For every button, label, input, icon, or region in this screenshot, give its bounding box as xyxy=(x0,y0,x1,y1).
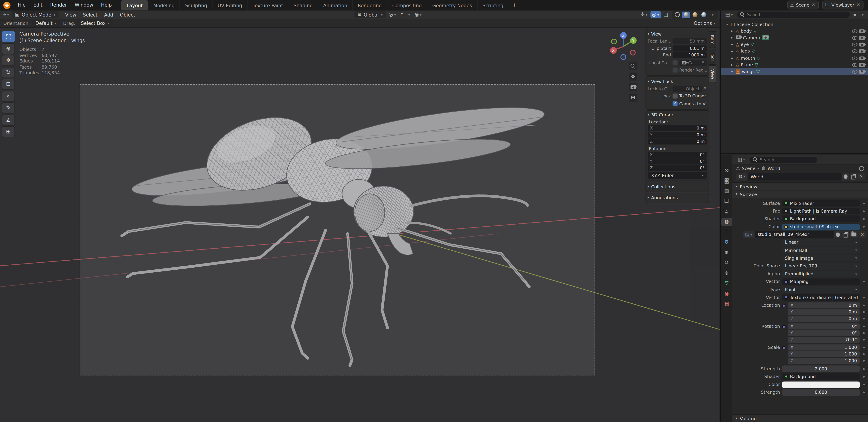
disable-render-icon[interactable] xyxy=(859,43,865,47)
interpolation-dropdown[interactable]: Linear xyxy=(782,239,860,246)
editor-type-button[interactable] xyxy=(2,11,10,18)
snap-toggle[interactable] xyxy=(399,11,406,18)
hide-viewport-icon[interactable] xyxy=(852,36,857,40)
colorspace-dropdown[interactable]: Linear Rec.709 xyxy=(782,263,860,269)
cursor-axis-field[interactable]: Y0 m xyxy=(648,131,707,138)
outliner-item-body[interactable]: body xyxy=(721,28,868,35)
workspace-tab-sculpting[interactable]: Sculpting xyxy=(180,0,212,10)
npanel-tab-tool[interactable]: Tool xyxy=(709,49,716,65)
xray-toggle[interactable] xyxy=(662,11,670,18)
cursor-axis-field[interactable]: Z0° xyxy=(648,165,707,171)
menu-help[interactable]: Help xyxy=(97,0,116,10)
options-dropdown[interactable]: Options xyxy=(694,20,717,26)
snap-dropdown[interactable] xyxy=(407,11,412,18)
shading-wireframe-button[interactable] xyxy=(673,11,682,18)
animate-dot-icon[interactable] xyxy=(862,297,866,298)
local-camera-checkbox[interactable] xyxy=(673,60,678,65)
tool-rotate[interactable] xyxy=(2,67,15,78)
render-region-checkbox[interactable] xyxy=(673,67,678,72)
tool-measure[interactable] xyxy=(2,114,15,125)
tool-select-box[interactable] xyxy=(2,31,15,42)
shader-input-button[interactable]: Background xyxy=(782,215,860,222)
disable-render-icon[interactable] xyxy=(859,36,865,40)
outliner-collection-row[interactable]: Scene Collection xyxy=(721,21,868,28)
color-input-button[interactable]: studio_small_09_4k.exr xyxy=(782,223,860,230)
outliner-item-wings[interactable]: wings xyxy=(721,68,868,75)
properties-tab-view-layer[interactable] xyxy=(721,198,732,205)
viewport-menu-object[interactable]: Object xyxy=(117,10,138,19)
menu-render[interactable]: Render xyxy=(46,0,71,10)
properties-editor-button[interactable] xyxy=(736,156,746,163)
fac-input-button[interactable]: Light Path | Is Camera Ray xyxy=(782,208,860,214)
workspace-tab-compositing[interactable]: Compositing xyxy=(387,0,427,10)
panel-surface[interactable]: Surface xyxy=(733,190,868,198)
properties-tab-object-data[interactable] xyxy=(721,279,732,287)
camera-view-button[interactable] xyxy=(629,83,637,91)
vector-axis-field[interactable]: X1.000 xyxy=(788,344,860,351)
show-overlays-dropdown[interactable] xyxy=(650,11,661,18)
shading-material-button[interactable] xyxy=(691,11,699,18)
hide-viewport-icon[interactable] xyxy=(852,50,857,54)
pin-icon[interactable] xyxy=(859,166,864,171)
shading-solid-button[interactable] xyxy=(682,11,690,18)
strength-slider[interactable]: 2.000 xyxy=(782,366,860,372)
projection-dropdown[interactable]: Mirror Ball xyxy=(782,247,860,253)
focal-length-field[interactable]: 50 mm xyxy=(673,38,707,44)
add-workspace-button[interactable]: + xyxy=(508,0,520,10)
texcoord-input-button[interactable]: Texture Coordinate | Generated xyxy=(782,294,860,301)
unlink-scene-icon[interactable] xyxy=(812,3,815,7)
clip-start-field[interactable]: 0.01 m xyxy=(673,46,707,52)
properties-tab-scene[interactable] xyxy=(721,208,732,215)
animate-dot-icon[interactable] xyxy=(862,392,866,393)
animate-dot-icon[interactable] xyxy=(862,318,866,320)
workspace-tab-modeling[interactable]: Modeling xyxy=(148,0,180,10)
tool-transform[interactable] xyxy=(2,91,15,102)
animate-dot-icon[interactable] xyxy=(862,332,866,334)
expand-icon[interactable] xyxy=(730,50,734,53)
properties-tab-object[interactable] xyxy=(721,228,732,236)
lock-object-field[interactable]: Object xyxy=(673,86,702,92)
tool-scale[interactable] xyxy=(2,79,15,90)
image-unlink-button[interactable] xyxy=(859,231,866,238)
outliner-search[interactable]: Search xyxy=(737,11,849,18)
expand-icon[interactable] xyxy=(730,63,734,67)
animate-dot-icon[interactable] xyxy=(862,226,866,228)
vector-axis-field[interactable]: X0° xyxy=(788,324,860,330)
outliner-filter-button[interactable] xyxy=(852,11,858,18)
outliner-options-button[interactable] xyxy=(860,11,865,18)
image-copy-button[interactable] xyxy=(842,231,849,238)
navigation-gizmo[interactable]: X Y Z xyxy=(608,30,639,61)
animate-dot-icon[interactable] xyxy=(862,218,866,220)
menu-edit[interactable]: Edit xyxy=(29,0,46,10)
panel-header-annotations[interactable]: Annotations xyxy=(648,195,707,200)
mode-dropdown[interactable]: Object Mode xyxy=(12,11,59,18)
zoom-button[interactable] xyxy=(629,62,637,70)
properties-tab-world[interactable] xyxy=(721,218,732,225)
hide-viewport-icon[interactable] xyxy=(852,70,857,73)
cursor-axis-field[interactable]: X0° xyxy=(648,151,707,157)
scene-selector[interactable]: Scene xyxy=(787,0,819,9)
tool-orientation-dropdown[interactable]: Default xyxy=(32,20,60,27)
properties-tab-material[interactable] xyxy=(721,290,732,297)
animate-dot-icon[interactable] xyxy=(862,311,866,313)
proportional-edit-dropdown[interactable] xyxy=(413,11,423,18)
disable-render-icon[interactable] xyxy=(859,70,865,73)
cursor-axis-field[interactable]: Z0 m xyxy=(648,138,707,144)
outliner-item-mouth[interactable]: mouth xyxy=(721,55,868,62)
cursor-axis-field[interactable]: Y0° xyxy=(648,158,707,164)
background-color-swatch[interactable] xyxy=(782,381,860,388)
image-browse-button[interactable] xyxy=(743,231,754,238)
toggle-perspective-button[interactable] xyxy=(629,93,637,102)
collapse-icon[interactable] xyxy=(725,23,729,26)
animate-dot-icon[interactable] xyxy=(862,210,866,212)
panel-header-collections[interactable]: Collections xyxy=(648,184,707,189)
menu-file[interactable]: File xyxy=(14,0,29,10)
outliner-item-plane[interactable]: Plane xyxy=(721,62,868,68)
show-gizmo-dropdown[interactable] xyxy=(639,11,649,18)
image-name-field[interactable]: studio_small_09_4k.exr xyxy=(755,231,834,238)
vector-axis-field[interactable]: Z0 m xyxy=(788,316,860,322)
properties-tab-texture[interactable] xyxy=(721,300,732,307)
vector-axis-field[interactable]: Y1.000 xyxy=(788,351,860,357)
shading-dropdown[interactable] xyxy=(709,11,717,18)
vector-axis-field[interactable]: Y0° xyxy=(788,330,860,336)
